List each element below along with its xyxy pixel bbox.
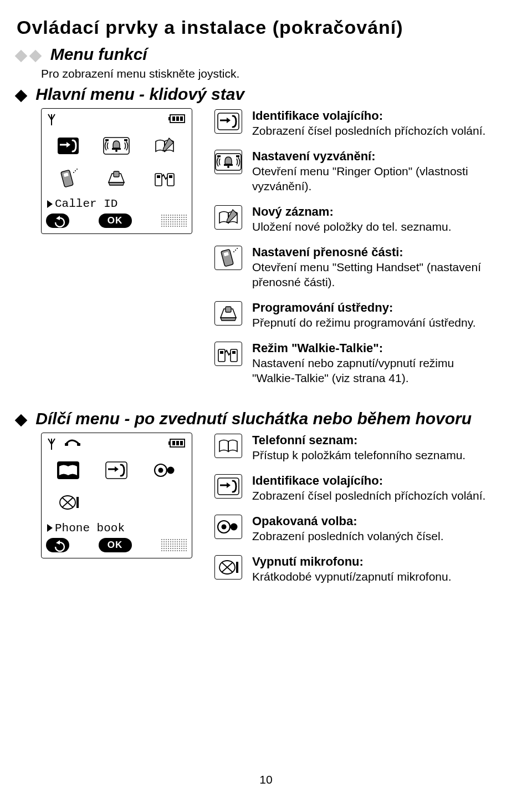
page-number: 10 [0, 773, 532, 786]
intro-text: Pro zobrazení menu stiskněte joystick. [41, 67, 493, 80]
item-title: Programování ústředny: [252, 300, 475, 316]
mute-icon [214, 555, 242, 580]
item-title: Nový záznam: [252, 204, 452, 220]
item-desc: Zobrazení čísel posledních příchozích vo… [252, 124, 485, 137]
antenna-icon [47, 438, 57, 451]
page-title: Ovládací prvky a instalace (pokračování) [17, 17, 493, 38]
item-desc: Otevření menu "Setting Handset" (nastave… [252, 261, 481, 288]
booknew-icon [214, 205, 242, 230]
softkey-ok: OK [99, 538, 132, 552]
item-desc: Uložení nové položky do tel. seznamu. [252, 220, 452, 233]
scroll-dots-icon [161, 214, 187, 227]
scroll-dots-icon [161, 538, 187, 552]
menu-cell-ringer [94, 132, 139, 161]
base-icon [214, 301, 242, 326]
triangle-icon [47, 524, 53, 532]
list-item: Režim "Walkie-Talkie": Nastavení nebo za… [214, 340, 493, 386]
phone-display-idle: Caller ID OK [41, 108, 192, 234]
list-item: Telefonní seznam: Přístup k položkám tel… [214, 433, 493, 463]
diamond-icon [29, 50, 42, 63]
ringer-icon [214, 150, 242, 174]
diamond-icon [15, 90, 28, 103]
battery-icon [168, 438, 186, 449]
list-item: Opakovaná volba: Zobrazení posledních vo… [214, 514, 493, 544]
h2-dilci-menu: Dílčí menu - po zvednutí sluchátka nebo … [17, 409, 493, 428]
redial-icon [214, 515, 242, 539]
h2-hlavni-menu: Hlavní menu - klidový stav [17, 85, 493, 104]
handset-icon [214, 246, 242, 270]
menu-cell-handset [46, 164, 91, 193]
item-title: Nastavení přenosné části: [252, 245, 493, 260]
diamond-icon [15, 50, 28, 63]
item-title: Identifikace volajícího: [252, 108, 485, 124]
list-item: Identifikace volajícího: Zobrazení čísel… [214, 473, 493, 504]
list-item: Nový záznam: Uložení nové položky do tel… [214, 204, 493, 235]
display-caption: Caller ID [47, 197, 187, 210]
item-title: Opakovaná volba: [252, 514, 444, 529]
list-item: Nastavení vyzvánění: Otevření menu "Ring… [214, 149, 493, 194]
triangle-icon [47, 200, 53, 208]
h2-menu-funkci: Menu funkcí [17, 45, 493, 64]
dilci-menu-items: Telefonní seznam: Přístup k položkám tel… [214, 433, 493, 594]
bullet-icons [17, 45, 41, 64]
item-title: Vypnutí mikrofonu: [252, 554, 452, 570]
item-desc: Přepnutí do režimu programování ústředny… [252, 316, 475, 329]
menu-cell-mute [46, 489, 91, 517]
callerid-icon [214, 474, 242, 499]
bullet-icons [17, 85, 27, 104]
menu-cell-callerid [94, 456, 139, 485]
softkey-back [46, 214, 69, 228]
softkey-ok: OK [99, 214, 132, 228]
dilci-menu-section: Phone book OK Telefonní seznam: Přístup … [41, 433, 493, 594]
item-desc: Otevření menu "Ringer Option" (vlastnost… [252, 165, 468, 192]
h2-text: Menu funkcí [50, 45, 147, 63]
menu-cell-book [46, 456, 91, 485]
phone-display-call: Phone book OK [41, 433, 192, 558]
display-caption: Phone book [47, 522, 187, 535]
item-title: Telefonní seznam: [252, 433, 466, 448]
item-desc: Krátkodobé vypnutí/zapnutí mikrofonu. [252, 570, 452, 583]
item-title: Režim "Walkie-Talkie": [252, 340, 493, 356]
list-item: Programování ústředny: Přepnutí do režim… [214, 300, 493, 331]
hlavni-menu-section: Caller ID OK Identifikace volajícího: Zo… [41, 108, 493, 396]
item-desc: Zobrazení posledních volaných čísel. [252, 530, 444, 542]
offhook-icon [64, 438, 83, 448]
callerid-icon [214, 109, 242, 134]
antenna-icon [47, 113, 57, 126]
caption-text: Caller ID [55, 197, 117, 210]
menu-cell-base [94, 164, 139, 193]
list-item: Vypnutí mikrofonu: Krátkodobé vypnutí/za… [214, 554, 493, 585]
battery-icon [168, 113, 186, 124]
item-title: Identifikace volajícího: [252, 473, 485, 489]
hlavni-menu-items: Identifikace volajícího: Zobrazení čísel… [214, 108, 493, 396]
list-item: Nastavení přenosné části: Otevření menu … [214, 245, 493, 290]
menu-cell-booknew [142, 132, 187, 161]
diamond-icon [15, 414, 28, 426]
menu-cell-callerid [46, 132, 91, 161]
item-desc: Přístup k položkám telefonního seznamu. [252, 449, 466, 461]
book-icon [214, 434, 242, 458]
item-desc: Zobrazení čísel posledních příchozích vo… [252, 489, 485, 502]
list-item: Identifikace volajícího: Zobrazení čísel… [214, 108, 493, 139]
bullet-icons [17, 409, 27, 428]
item-desc: Nastavení nebo zapnutí/vypnutí režimu "W… [252, 357, 454, 384]
menu-cell-walkie [142, 164, 187, 193]
caption-text: Phone book [55, 522, 125, 535]
item-title: Nastavení vyzvánění: [252, 149, 493, 164]
h2-text: Dílčí menu - po zvednutí sluchátka nebo … [35, 409, 472, 428]
menu-cell-redial [142, 456, 187, 485]
h2-text: Hlavní menu - klidový stav [35, 85, 244, 103]
walkie-icon [214, 342, 242, 366]
softkey-back [46, 538, 69, 552]
